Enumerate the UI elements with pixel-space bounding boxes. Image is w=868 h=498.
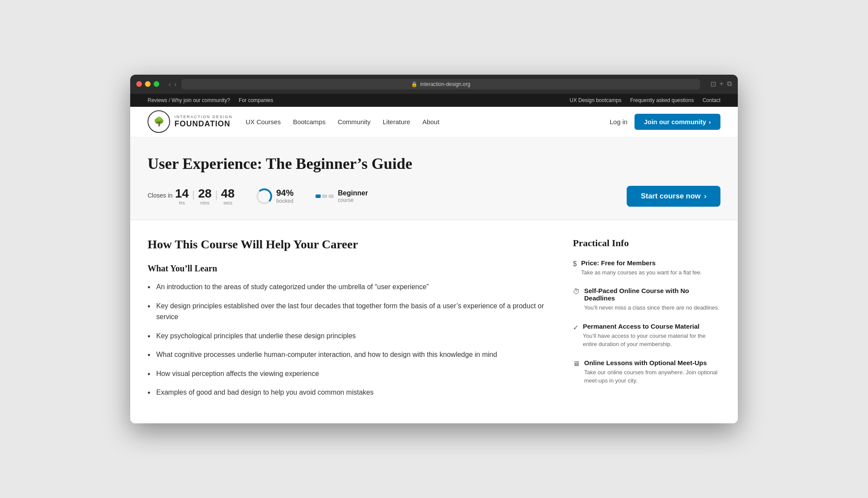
lock-icon: 🔒 (411, 81, 418, 87)
booked-label: booked (276, 198, 294, 204)
utility-left: Reviews / Why join our community? For co… (148, 97, 273, 103)
nav-literature[interactable]: Literature (383, 118, 410, 125)
utility-link-reviews[interactable]: Reviews / Why join our community? (148, 97, 230, 103)
join-button[interactable]: Join our community › (635, 114, 720, 130)
booked-area: 94% booked (256, 188, 294, 204)
practical-title: Practical Info (573, 237, 720, 249)
info-item-online: 🖥 Online Lessons with Optional Meet-Ups … (573, 359, 720, 385)
info-content-online: Online Lessons with Optional Meet-Ups Ta… (584, 359, 720, 385)
check-icon: ✓ (573, 323, 579, 332)
info-content-access: Permanent Access to Course Material You’… (583, 323, 720, 349)
level-text: Beginner (338, 189, 368, 197)
maximize-button[interactable] (154, 81, 159, 87)
list-item: What cognitive processes underlie human-… (148, 349, 547, 360)
level-dot-3 (329, 195, 334, 198)
utility-link-bootcamps[interactable]: UX Design bootcamps (569, 97, 621, 103)
dollar-icon: $ (573, 260, 577, 268)
donut-chart (256, 188, 272, 204)
secs-block: 48 secs (221, 187, 234, 205)
tabs-icon[interactable]: ⧉ (727, 80, 732, 88)
list-item: Examples of good and bad design to help … (148, 387, 547, 398)
minimize-button[interactable] (145, 81, 151, 87)
nav-about[interactable]: About (422, 118, 439, 125)
closes-in: Closes in 14 hrs | 28 mins | 48 secs (148, 187, 235, 205)
utility-link-contact[interactable]: Contact (703, 97, 720, 103)
list-item: Key psychological principles that underl… (148, 330, 547, 342)
booked-pct: 94% (276, 188, 294, 198)
utility-right: UX Design bootcamps Frequently asked que… (569, 97, 720, 103)
mins-block: 28 mins (198, 187, 211, 205)
level-dot-1 (316, 195, 321, 198)
utility-link-faq[interactable]: Frequently asked questions (630, 97, 694, 103)
browser-controls: ‹ › (169, 81, 176, 88)
monitor-icon: 🖥 (573, 360, 580, 368)
main-nav: 🌳 INTERACTION DESIGN FOUNDATION UX Cours… (130, 107, 738, 137)
list-item: Key design principles established over t… (148, 300, 547, 323)
sub-title: What You’ll Learn (148, 264, 547, 274)
level-area: Beginner course (316, 189, 368, 203)
time-sep-1: | (192, 189, 195, 200)
browser-actions: ⊡ + ⧉ (710, 80, 732, 88)
address-bar[interactable]: 🔒 interaction-design.org (181, 79, 700, 89)
new-tab-icon[interactable]: + (720, 80, 723, 88)
page-content: How This Course Will Help Your Career Wh… (130, 220, 738, 423)
back-button[interactable]: ‹ (169, 81, 171, 88)
level-dots (316, 195, 334, 198)
section-title: How This Course Will Help Your Career (148, 237, 547, 251)
logo-icon: 🌳 (148, 110, 170, 133)
sidebar: Practical Info $ Price: Free for Members… (573, 237, 720, 406)
chevron-right-icon: › (704, 192, 707, 201)
utility-link-companies[interactable]: For companies (239, 97, 273, 103)
logo-text: INTERACTION DESIGN FOUNDATION (174, 115, 233, 129)
info-content-price: Price: Free for Members Take as many cou… (581, 259, 702, 277)
start-course-button[interactable]: Start course now › (627, 186, 720, 207)
info-item-access: ✓ Permanent Access to Course Material Yo… (573, 323, 720, 349)
bookmark-icon[interactable]: ⊡ (710, 80, 716, 88)
level-sub: course (338, 197, 368, 203)
course-banner: User Experience: The Beginner’s Guide Cl… (130, 137, 738, 220)
nav-bootcamps[interactable]: Bootcamps (293, 118, 326, 125)
course-title: User Experience: The Beginner’s Guide (148, 155, 720, 173)
main-column: How This Course Will Help Your Career Wh… (148, 237, 547, 406)
level-dot-2 (322, 195, 327, 198)
nav-links: UX Courses Bootcamps Community Literatur… (246, 118, 610, 125)
close-button[interactable] (136, 81, 142, 87)
browser-window: ‹ › 🔒 interaction-design.org ⊡ + ⧉ Revie… (130, 75, 738, 423)
traffic-lights (136, 81, 159, 87)
bullet-list: An introduction to the areas of study ca… (148, 281, 547, 398)
list-item: An introduction to the areas of study ca… (148, 281, 547, 293)
time-sep-2: | (215, 189, 218, 200)
info-content-pace: Self-Paced Online Course with No Deadlin… (584, 287, 720, 312)
clock-icon: ⏱ (573, 288, 580, 296)
info-item-price: $ Price: Free for Members Take as many c… (573, 259, 720, 277)
login-button[interactable]: Log in (610, 118, 628, 125)
browser-titlebar: ‹ › 🔒 interaction-design.org ⊡ + ⧉ (130, 75, 738, 94)
list-item: How visual perception affects the viewin… (148, 368, 547, 379)
nav-ux-courses[interactable]: UX Courses (246, 118, 281, 125)
url-text: interaction-design.org (420, 81, 470, 87)
info-item-pace: ⏱ Self-Paced Online Course with No Deadl… (573, 287, 720, 312)
chevron-right-icon: › (709, 118, 711, 125)
course-meta: Closes in 14 hrs | 28 mins | 48 secs (148, 186, 720, 207)
logo[interactable]: 🌳 INTERACTION DESIGN FOUNDATION (148, 110, 233, 133)
nav-community[interactable]: Community (338, 118, 371, 125)
hours-block: 14 hrs (175, 187, 189, 205)
utility-bar: Reviews / Why join our community? For co… (130, 94, 738, 107)
nav-right: Log in Join our community › (610, 114, 720, 130)
forward-button[interactable]: › (174, 81, 177, 88)
